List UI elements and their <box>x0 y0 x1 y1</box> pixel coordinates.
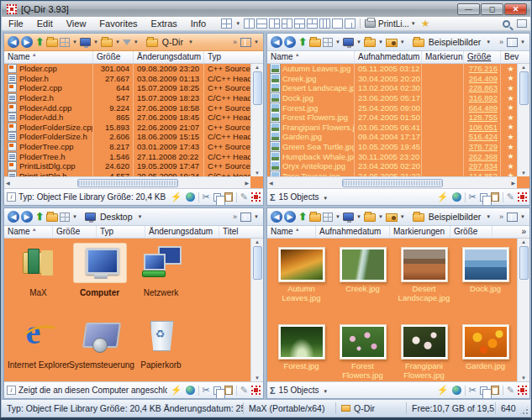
view-mode-button[interactable] <box>323 213 333 222</box>
column-header[interactable]: Größe <box>450 226 492 238</box>
menu-item-edit[interactable]: Edit <box>30 18 60 29</box>
minimize-button[interactable]: — <box>457 3 480 15</box>
chevron-down-icon[interactable]: ▼ <box>134 39 139 45</box>
layout-t1b2-button[interactable] <box>294 18 305 29</box>
forward-button[interactable]: ▶ <box>284 211 296 223</box>
image-file-row[interactable]: Frangipani Flowers.jpg03.06.2005 06:4110… <box>267 123 517 133</box>
chevron-down-icon[interactable]: ▼ <box>235 21 240 26</box>
file-row[interactable]: PloderAdd.cpp9.22427.06.2009 18:58C++ So… <box>4 102 250 113</box>
new-folder-icon[interactable] <box>309 213 321 222</box>
folder-dropdown[interactable] <box>364 213 376 222</box>
chevron-down-icon[interactable]: ▼ <box>378 39 383 45</box>
cut-icon[interactable]: ✂ <box>203 192 210 202</box>
chevron-down-icon[interactable]: ▼ <box>335 214 340 219</box>
forward-button[interactable]: ▶ <box>21 36 33 48</box>
refresh-icon[interactable] <box>186 192 195 202</box>
back-button[interactable]: ◀ <box>271 211 282 223</box>
paste-icon[interactable] <box>491 386 499 395</box>
folder-dropdown[interactable] <box>101 39 113 47</box>
chevron-down-icon[interactable]: ▼ <box>93 39 98 45</box>
column-header[interactable]: Bev <box>501 51 529 63</box>
menu-item-extras[interactable]: Extras <box>145 18 184 29</box>
chevron-down-icon[interactable]: ▼ <box>254 214 259 219</box>
column-header[interactable]: » <box>492 226 529 238</box>
refresh-icon[interactable] <box>186 386 195 395</box>
back-button[interactable]: ◀ <box>8 36 19 48</box>
refresh-icon[interactable] <box>452 386 461 395</box>
refresh-icon[interactable] <box>452 192 461 202</box>
qdir-logo-icon[interactable] <box>251 386 261 395</box>
up-button[interactable]: ⬆ <box>34 211 45 223</box>
column-header[interactable]: Änderungsdatum <box>145 226 219 238</box>
folder-dropdown[interactable] <box>364 39 376 47</box>
layout-single-button[interactable] <box>332 18 343 29</box>
image-file-row[interactable]: Desert Landscape.jpg13.02.2004 02:30228.… <box>267 83 517 93</box>
new-folder-icon[interactable] <box>309 39 321 47</box>
file-row[interactable]: PloderTree.h1.54627.11.2008 20:22C/C++ H… <box>4 151 250 161</box>
overflow-chevron[interactable]: » <box>499 213 503 221</box>
column-header[interactable]: Änderungsdatum <box>134 51 204 63</box>
copy-icon[interactable] <box>480 386 487 395</box>
edit-icon[interactable]: ✎ <box>507 192 514 202</box>
chevron-down-icon[interactable]: ▼ <box>520 39 525 45</box>
image-file-row[interactable]: Autumn Leaves.jpg05.11.2005 03:12776.216… <box>267 64 517 74</box>
up-button[interactable]: ⬆ <box>34 36 45 48</box>
column-header[interactable]: Aufnahmedatum <box>316 226 390 238</box>
thumbnail-item[interactable]: Desert Landscape.jpg <box>393 247 455 324</box>
column-header[interactable]: Typ <box>204 51 263 63</box>
qdir-logo-icon[interactable] <box>251 192 261 202</box>
qdir-logo-icon[interactable] <box>518 386 527 395</box>
file-row[interactable]: PloderFolderSize.cpp15.89322.06.2009 21:… <box>4 123 250 133</box>
forward-button[interactable]: ▶ <box>21 211 33 223</box>
overflow-chevron[interactable]: » <box>233 213 237 221</box>
layout-v3-button[interactable] <box>319 18 330 29</box>
cut-icon[interactable]: ✂ <box>203 385 210 396</box>
desktop-icon-folders[interactable]: MaX <box>8 244 69 316</box>
folder-options-dropdown[interactable] <box>386 213 398 222</box>
pane-switch-button[interactable] <box>507 38 518 47</box>
file-row[interactable]: PloderFolderSize.h2.60618.06.2009 15:15C… <box>4 132 250 142</box>
column-header[interactable]: Markierun... <box>422 51 464 63</box>
chevron-down-icon[interactable]: ▼ <box>400 214 405 219</box>
view-mode-button[interactable] <box>323 38 333 47</box>
address-path[interactable]: Beispielbilder ▼ <box>412 212 492 222</box>
file-row[interactable]: PloderAdd.h86527.06.2009 18:45C/C++ Head… <box>4 113 250 123</box>
layout-wide-button[interactable] <box>345 18 356 29</box>
close-button[interactable]: ✕ <box>504 3 527 15</box>
chevron-down-icon[interactable]: ▼ <box>400 39 405 45</box>
image-file-row[interactable]: Oryx Antelope.jpg23.04.2005 02:20297.834… <box>267 161 517 171</box>
column-header[interactable]: Größe <box>93 51 134 63</box>
paste-icon[interactable] <box>491 192 499 202</box>
new-folder-icon[interactable] <box>46 39 58 47</box>
column-header[interactable]: Markierungen <box>390 226 450 238</box>
column-header[interactable]: Name▲ <box>4 51 93 63</box>
desktop-icon-computer[interactable]: Computer <box>69 244 130 316</box>
qdir-logo-icon[interactable] <box>518 192 527 202</box>
horizontal-scrollbar[interactable]: ◀▶ <box>267 176 517 188</box>
image-file-row[interactable]: Dock.jpg23.06.2005 05:17316.892★ <box>267 93 517 103</box>
menu-item-info[interactable]: Info <box>184 18 213 29</box>
desktop-icon-network[interactable]: Netzwerk <box>130 244 192 316</box>
object-count[interactable]: 15 Objects ▼ <box>279 192 434 202</box>
layout-t2b1-button[interactable] <box>307 18 318 29</box>
file-row[interactable]: PrintListDlg.cpp24.62019.05.2009 17:47C+… <box>4 161 250 171</box>
layout-quad-button[interactable] <box>221 18 232 29</box>
favorites-star-icon[interactable]: ★ <box>421 18 430 29</box>
quick-action-icon[interactable]: ⚡ <box>437 385 449 396</box>
column-header[interactable]: Typ <box>97 226 145 238</box>
new-folder-icon[interactable] <box>46 213 58 222</box>
folder-options-dropdown[interactable] <box>386 39 398 47</box>
cut-icon[interactable]: ✂ <box>469 192 477 202</box>
column-header[interactable]: Aufnahmedatum <box>355 51 422 63</box>
chevron-down-icon[interactable]: ▼ <box>520 214 525 219</box>
forward-button[interactable]: ▶ <box>284 36 296 48</box>
column-header[interactable]: Größe <box>53 226 97 238</box>
quick-action-icon[interactable]: ⚡ <box>171 385 182 396</box>
file-row[interactable]: Ploder2.h54715.07.2009 18:23C/C++ Header <box>4 93 250 103</box>
image-file-row[interactable]: Forest.jpg25.04.2005 09:00664.489★ <box>267 102 517 113</box>
chevron-down-icon[interactable]: ▼ <box>254 39 259 45</box>
column-header[interactable]: Name▲ <box>267 51 355 63</box>
vertical-scrollbar[interactable]: ▲▼ <box>517 239 529 381</box>
address-path[interactable]: Desktop ▼ <box>84 212 144 222</box>
copy-icon[interactable] <box>213 386 221 395</box>
